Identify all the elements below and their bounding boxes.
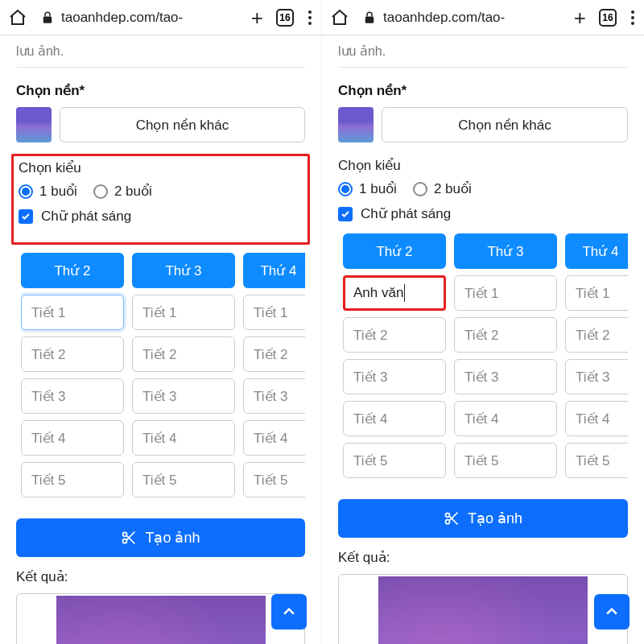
slot-input[interactable]: Tiết 2: [243, 336, 305, 372]
chevron-up-icon: [604, 604, 620, 620]
slot-input[interactable]: Tiết 2: [454, 317, 557, 353]
result-preview: [338, 574, 628, 644]
background-label: Chọn nền*: [16, 82, 305, 99]
slot-input[interactable]: Tiết 4: [565, 401, 628, 436]
slot-input[interactable]: Tiết 3: [21, 378, 124, 414]
background-thumbnail[interactable]: [338, 107, 374, 142]
day-header-mon[interactable]: Thứ 2: [343, 233, 446, 269]
highlight-annotation: Chọn kiểu 1 buổi 2 buổi Chữ phát s: [11, 154, 310, 245]
slot-input[interactable]: Tiết 4: [21, 420, 124, 456]
slot-input[interactable]: Tiết 4: [243, 420, 305, 456]
scissors-icon: [121, 530, 137, 546]
radio-1-session[interactable]: 1 buổi: [338, 180, 397, 197]
radio-label: 2 buổi: [114, 183, 152, 200]
result-image: [378, 576, 588, 644]
create-image-button[interactable]: Tạo ảnh: [16, 518, 305, 557]
check-icon: [338, 207, 353, 221]
truncated-text: lưu ảnh.: [338, 43, 628, 59]
home-icon[interactable]: [8, 8, 27, 27]
url-text: taoanhdep.com/tao-: [383, 10, 505, 26]
lock-icon: [362, 10, 377, 25]
slot-input[interactable]: Tiết 1: [243, 295, 305, 330]
slot-input[interactable]: Tiết 1: [565, 275, 628, 311]
slot-input[interactable]: Tiết 2: [565, 317, 628, 353]
slot-input[interactable]: Tiết 3: [454, 359, 557, 394]
truncated-text: lưu ảnh.: [16, 43, 305, 59]
day-header-wed[interactable]: Thứ 4: [243, 253, 305, 288]
slot-input[interactable]: Tiết 5: [565, 443, 628, 478]
day-header-tue[interactable]: Thứ 3: [132, 253, 235, 288]
slot-input[interactable]: Tiết 5: [454, 443, 557, 478]
slot-input[interactable]: Tiết 1: [454, 275, 557, 311]
url-text: taoanhdep.com/tao-: [61, 10, 183, 26]
chevron-up-icon: [281, 604, 297, 620]
result-preview: [16, 593, 305, 644]
schedule-grid: Thứ 2 Tiết 1 Tiết 2 Tiết 3 Tiết 4 Tiết 5…: [21, 253, 305, 497]
slot-input[interactable]: Tiết 5: [132, 462, 235, 497]
divider: [338, 67, 628, 68]
choose-background-button[interactable]: Chọn nền khác: [382, 107, 628, 142]
address-bar[interactable]: taoanhdep.com/tao-: [362, 10, 561, 26]
slot-input[interactable]: Tiết 1: [132, 295, 235, 330]
slot-input[interactable]: Tiết 5: [21, 462, 124, 497]
new-tab-icon[interactable]: +: [574, 7, 586, 28]
slot-input[interactable]: Anh văn: [343, 275, 446, 311]
create-image-button[interactable]: Tạo ảnh: [338, 499, 628, 538]
slot-input[interactable]: Tiết 1: [21, 295, 124, 330]
glow-text-checkbox[interactable]: Chữ phát sáng: [338, 205, 628, 222]
schedule-grid: Thứ 2 Anh văn Tiết 2 Tiết 3 Tiết 4 Tiết …: [343, 233, 628, 478]
style-label: Chọn kiểu: [338, 157, 628, 174]
background-thumbnail[interactable]: [16, 107, 52, 142]
slot-input[interactable]: Tiết 2: [343, 317, 446, 353]
slot-input[interactable]: Tiết 3: [343, 359, 446, 394]
radio-2-sessions[interactable]: 2 buổi: [413, 180, 472, 197]
slot-input[interactable]: Tiết 5: [243, 462, 305, 497]
scroll-top-button[interactable]: [271, 594, 307, 630]
slot-input[interactable]: Tiết 5: [343, 443, 446, 478]
menu-icon[interactable]: [630, 10, 636, 25]
browser-toolbar: taoanhdep.com/tao- + 16: [0, 0, 321, 35]
slot-input[interactable]: Tiết 2: [132, 336, 235, 372]
tab-count-button[interactable]: 16: [276, 9, 294, 27]
radio-1-session[interactable]: 1 buổi: [19, 183, 77, 200]
choose-background-button[interactable]: Chọn nền khác: [60, 107, 305, 142]
divider: [16, 67, 305, 68]
slot-input[interactable]: Tiết 4: [454, 401, 557, 436]
tab-count-button[interactable]: 16: [599, 9, 617, 27]
day-header-tue[interactable]: Thứ 3: [454, 233, 557, 269]
slot-input[interactable]: Tiết 3: [243, 378, 305, 414]
radio-label: 1 buổi: [39, 183, 77, 200]
slot-input[interactable]: Tiết 4: [343, 401, 446, 436]
text-cursor: [404, 284, 405, 302]
glow-text-checkbox[interactable]: Chữ phát sáng: [19, 208, 303, 225]
scroll-top-button[interactable]: [594, 594, 630, 630]
radio-label: 2 buổi: [434, 180, 472, 197]
check-icon: [19, 209, 33, 224]
scissors-icon: [444, 510, 460, 526]
slot-input[interactable]: Tiết 4: [132, 420, 235, 456]
browser-toolbar: taoanhdep.com/tao- + 16: [322, 0, 644, 35]
menu-icon[interactable]: [307, 10, 313, 25]
lock-icon: [40, 10, 55, 25]
slot-input[interactable]: Tiết 2: [21, 336, 124, 372]
new-tab-icon[interactable]: +: [251, 7, 263, 28]
address-bar[interactable]: taoanhdep.com/tao-: [40, 10, 238, 26]
day-header-wed[interactable]: Thứ 4: [565, 233, 628, 269]
result-label: Kết quả:: [338, 549, 628, 566]
radio-2-sessions[interactable]: 2 buổi: [93, 183, 152, 200]
style-label: Chọn kiểu: [19, 159, 303, 176]
background-label: Chọn nền*: [338, 82, 628, 99]
checkbox-label: Chữ phát sáng: [361, 205, 451, 222]
svg-rect-0: [43, 16, 52, 23]
checkbox-label: Chữ phát sáng: [41, 208, 131, 225]
slot-input[interactable]: Tiết 3: [565, 359, 628, 394]
result-image: [56, 596, 266, 644]
home-icon[interactable]: [330, 8, 349, 27]
day-header-mon[interactable]: Thứ 2: [21, 253, 124, 288]
radio-label: 1 buổi: [359, 180, 397, 197]
slot-input[interactable]: Tiết 3: [132, 378, 235, 414]
svg-rect-3: [365, 16, 374, 23]
result-label: Kết quả:: [16, 568, 305, 585]
